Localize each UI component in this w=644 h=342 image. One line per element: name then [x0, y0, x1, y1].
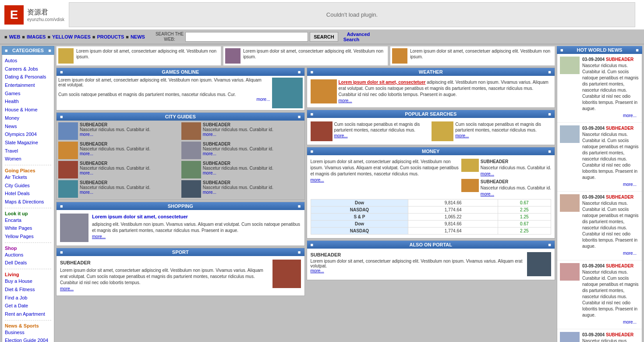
top-header: E 资源君 eyunzhu.com/vdisk Couldn't load pl… — [0, 0, 644, 30]
sidebar-link-air-tickets[interactable]: Air Tickets — [5, 173, 51, 182]
nav-news[interactable]: NEWS — [131, 34, 145, 39]
games-more-link[interactable]: more... — [58, 97, 270, 102]
city-more-1[interactable]: more... — [80, 132, 150, 137]
sidebar-link-house[interactable]: House & Home — [5, 106, 51, 114]
money-sub-item-1: SUBHEADER Nascetur ridiculus mus. Curabi… — [461, 159, 551, 177]
city-item-6: SUBHEADER Nascetur ridiculus mus. Curabi… — [181, 161, 303, 178]
shopping-text-block: Lorem ipsum dolor sit amet, consectetuer… — [92, 214, 301, 242]
sidebar-link-diet[interactable]: Diet & Fitness — [5, 285, 51, 294]
also-header-right-icon: ■ — [548, 242, 551, 247]
money-sub-more-1[interactable]: more... — [481, 171, 551, 177]
money-value-2: 1,774.64 — [408, 207, 498, 214]
city-more-6[interactable]: more... — [203, 171, 273, 175]
news-item-1: 03-09-2004 SUBHEADER Nascetur ridiculus … — [557, 54, 642, 123]
sidebar-link-yellow-pages[interactable]: Yellow Pages — [5, 232, 51, 241]
search-button[interactable]: SEARCH — [310, 32, 338, 42]
money-change-3: 1.25 — [498, 214, 551, 221]
popular-more-1[interactable]: more... — [334, 133, 430, 139]
city-item-2: SUBHEADER Nascetur ridiculus mus. Curabi… — [181, 122, 303, 140]
nav-products[interactable]: PRODUCTS — [97, 34, 124, 39]
sport-text: Lorem ipsum dolor sit amet, consectetuer… — [60, 267, 269, 286]
city-more-2[interactable]: more... — [203, 132, 273, 137]
sidebar-link-auctions[interactable]: Auctions — [5, 251, 51, 259]
news-more-2[interactable]: more... — [582, 181, 639, 189]
nav-images[interactable]: IMAGES — [27, 34, 46, 39]
sidebar-divider1 — [5, 165, 51, 165]
city-item-8: SUBHEADER Nascetur ridiculus mus. Curabi… — [181, 180, 303, 198]
sidebar-link-find-job[interactable]: Find a Job — [5, 294, 51, 302]
shopping-body: Lorem ipsum dolor sit amet, consectetuer… — [57, 210, 304, 246]
news-date-5: 03-09-2004 — [582, 332, 605, 337]
news-text-3: Nascetur ridiculus mus. Curabitur id. Cu… — [582, 200, 639, 249]
sport-header: ■ SPORT ■ — [57, 248, 304, 256]
sidebar-link-travel[interactable]: Travel — [5, 147, 51, 155]
hot-news-title: HOT WORLD NEWS — [577, 47, 623, 53]
money-change-5: 2.25 — [498, 228, 551, 235]
sidebar-link-hotel-deals[interactable]: Hotel Deals — [5, 189, 51, 198]
weather-layout: Lorem ipsum dolor sit amet, consectetuer… — [309, 78, 553, 106]
sidebar-link-news[interactable]: News — [5, 122, 51, 131]
city-item-7: SUBHEADER Nascetur ridiculus mus. Curabi… — [58, 180, 180, 198]
money-more-left[interactable]: more... — [311, 177, 460, 183]
nav-web[interactable]: WEB — [9, 34, 21, 39]
city-info-8: SUBHEADER Nascetur ridiculus mus. Curabi… — [203, 180, 273, 198]
games-image — [272, 78, 303, 108]
advanced-search-link[interactable]: AdvancedSearch — [343, 32, 370, 42]
news-more-4[interactable]: more... — [582, 318, 639, 326]
city-more-8[interactable]: more... — [203, 190, 273, 195]
money-layout: Lorem ipsum dolor sit amet, consectetuer… — [309, 157, 553, 236]
shopping-more-link[interactable]: more... — [92, 234, 106, 239]
sidebar-link-autos[interactable]: Autos — [5, 57, 51, 65]
popular-item-2: Cum sociis natoque penatibus et magnis d… — [432, 121, 551, 141]
sidebar-link-dating[interactable]: Dating & Personals — [5, 73, 51, 81]
sidebar-link-business[interactable]: Business — [5, 328, 51, 337]
city-more-5[interactable]: more... — [80, 171, 150, 175]
search-input[interactable] — [185, 32, 308, 42]
center-left-col: ■ GAMES ONLINE ■ Lorem ipsum dolor sit a… — [56, 68, 305, 298]
sidebar-link-buy-house[interactable]: Buy a House — [5, 277, 51, 285]
sidebar-link-white-pages[interactable]: White Pages — [5, 224, 51, 232]
sidebar-link-games[interactable]: Games — [5, 89, 51, 98]
weather-more-link[interactable]: more... — [339, 98, 552, 104]
money-sub-more-2[interactable]: more... — [481, 191, 551, 197]
sidebar-link-women[interactable]: Women — [5, 155, 51, 163]
sidebar-link-olympics[interactable]: Olympics 2004 — [5, 130, 51, 139]
also-more-link[interactable]: more... — [311, 268, 525, 273]
city-more-3[interactable]: more... — [80, 151, 150, 156]
weather-text-block: Lorem ipsum dolor sit amet, consectetuer… — [339, 79, 552, 104]
city-guides-grid: SUBHEADER Nascetur ridiculus mus. Curabi… — [57, 121, 304, 200]
sidebar-link-rent-apt[interactable]: Rent an Apartment — [5, 310, 51, 318]
popular-more-2[interactable]: more... — [455, 133, 551, 139]
weather-link-text[interactable]: Lorem ipsum dolor sit amet, consectetuer — [339, 80, 426, 85]
shopping-header-right-icon: ■ — [298, 203, 301, 209]
top-item-1-img — [58, 48, 74, 64]
sport-more-link[interactable]: more... — [60, 286, 74, 291]
nav-yellow-pages[interactable]: YELLOW PAGES — [52, 34, 91, 39]
sidebar-link-encarta[interactable]: Encarta — [5, 216, 51, 224]
city-text-8: Nascetur ridiculus mus. Curabitur id. — [203, 185, 273, 190]
money-table: Dow 9,814.66 0.67 NASDAQ 1,774.64 2.25 — [311, 199, 552, 235]
popular-header-icon: ■ — [311, 111, 314, 117]
sidebar-link-get-date[interactable]: Get a Date — [5, 302, 51, 310]
sidebar-link-entertainment[interactable]: Entertainment — [5, 81, 51, 89]
city-more-7[interactable]: more... — [80, 190, 150, 195]
sidebar-link-maps[interactable]: Maps & Directions — [5, 198, 51, 206]
logo-url: eyunzhu.com/vdisk — [27, 17, 64, 22]
money-change-4: 0.67 — [498, 221, 551, 228]
also-text-block: SUBHEADER Lorem ipsum dolor sit amet, co… — [311, 252, 525, 276]
sidebar-link-dell[interactable]: Dell Deals — [5, 259, 51, 267]
city-text-1: Nascetur ridiculus mus. Curabitur id. — [80, 127, 150, 132]
sidebar-link-election[interactable]: Election Guide 2004 — [5, 336, 51, 342]
news-more-1[interactable]: more... — [582, 112, 639, 120]
sidebar-link-careers[interactable]: Careers & Jobs — [5, 65, 51, 73]
sidebar-link-money[interactable]: Money — [5, 114, 51, 122]
sidebar-link-health[interactable]: Health — [5, 97, 51, 106]
shopping-image — [60, 214, 88, 242]
city-more-4[interactable]: more... — [203, 151, 273, 156]
sidebar-link-city-guides[interactable]: City Guides — [5, 182, 51, 190]
sidebar-link-slate[interactable]: Slate Magazine — [5, 139, 51, 147]
popular-thumb-1 — [311, 121, 333, 141]
money-sub-item-2: SUBHEADER Nascetur ridiculus mus. Curabi… — [461, 179, 551, 197]
news-more-3[interactable]: more... — [582, 249, 639, 257]
money-sub-text-2: SUBHEADER Nascetur ridiculus mus. Curabi… — [481, 179, 551, 197]
